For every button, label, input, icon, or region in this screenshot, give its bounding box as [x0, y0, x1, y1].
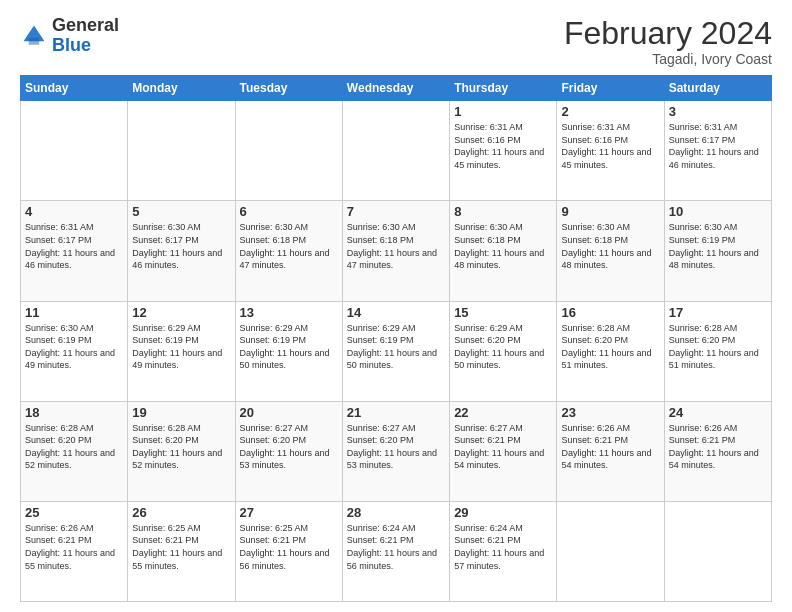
day-number: 27 [240, 505, 338, 520]
day-cell: 16Sunrise: 6:28 AMSunset: 6:20 PMDayligh… [557, 301, 664, 401]
day-number: 17 [669, 305, 767, 320]
day-number: 29 [454, 505, 552, 520]
day-cell [664, 501, 771, 601]
day-number: 23 [561, 405, 659, 420]
week-row-5: 25Sunrise: 6:26 AMSunset: 6:21 PMDayligh… [21, 501, 772, 601]
day-cell: 7Sunrise: 6:30 AMSunset: 6:18 PMDaylight… [342, 201, 449, 301]
week-row-1: 1Sunrise: 6:31 AMSunset: 6:16 PMDaylight… [21, 101, 772, 201]
logo-blue: Blue [52, 35, 91, 55]
day-number: 21 [347, 405, 445, 420]
day-number: 18 [25, 405, 123, 420]
day-info: Sunrise: 6:27 AMSunset: 6:20 PMDaylight:… [347, 422, 445, 472]
day-info: Sunrise: 6:29 AMSunset: 6:20 PMDaylight:… [454, 322, 552, 372]
day-number: 12 [132, 305, 230, 320]
day-number: 7 [347, 204, 445, 219]
day-cell: 3Sunrise: 6:31 AMSunset: 6:17 PMDaylight… [664, 101, 771, 201]
day-info: Sunrise: 6:30 AMSunset: 6:18 PMDaylight:… [561, 221, 659, 271]
day-info: Sunrise: 6:25 AMSunset: 6:21 PMDaylight:… [240, 522, 338, 572]
day-cell: 4Sunrise: 6:31 AMSunset: 6:17 PMDaylight… [21, 201, 128, 301]
day-number: 13 [240, 305, 338, 320]
day-cell: 12Sunrise: 6:29 AMSunset: 6:19 PMDayligh… [128, 301, 235, 401]
day-info: Sunrise: 6:31 AMSunset: 6:17 PMDaylight:… [669, 121, 767, 171]
day-number: 24 [669, 405, 767, 420]
day-number: 11 [25, 305, 123, 320]
day-cell: 15Sunrise: 6:29 AMSunset: 6:20 PMDayligh… [450, 301, 557, 401]
day-number: 20 [240, 405, 338, 420]
day-info: Sunrise: 6:30 AMSunset: 6:19 PMDaylight:… [25, 322, 123, 372]
day-number: 14 [347, 305, 445, 320]
day-cell: 5Sunrise: 6:30 AMSunset: 6:17 PMDaylight… [128, 201, 235, 301]
day-cell [21, 101, 128, 201]
day-cell: 27Sunrise: 6:25 AMSunset: 6:21 PMDayligh… [235, 501, 342, 601]
day-number: 28 [347, 505, 445, 520]
day-number: 10 [669, 204, 767, 219]
calendar-page: General Blue February 2024 Tagadi, Ivory… [0, 0, 792, 612]
day-info: Sunrise: 6:26 AMSunset: 6:21 PMDaylight:… [25, 522, 123, 572]
day-info: Sunrise: 6:30 AMSunset: 6:18 PMDaylight:… [347, 221, 445, 271]
day-info: Sunrise: 6:29 AMSunset: 6:19 PMDaylight:… [240, 322, 338, 372]
day-cell: 14Sunrise: 6:29 AMSunset: 6:19 PMDayligh… [342, 301, 449, 401]
day-number: 15 [454, 305, 552, 320]
day-cell: 13Sunrise: 6:29 AMSunset: 6:19 PMDayligh… [235, 301, 342, 401]
day-number: 26 [132, 505, 230, 520]
day-cell: 21Sunrise: 6:27 AMSunset: 6:20 PMDayligh… [342, 401, 449, 501]
logo-icon [20, 22, 48, 50]
day-number: 9 [561, 204, 659, 219]
day-cell: 1Sunrise: 6:31 AMSunset: 6:16 PMDaylight… [450, 101, 557, 201]
day-info: Sunrise: 6:31 AMSunset: 6:17 PMDaylight:… [25, 221, 123, 271]
day-number: 25 [25, 505, 123, 520]
day-cell: 23Sunrise: 6:26 AMSunset: 6:21 PMDayligh… [557, 401, 664, 501]
day-info: Sunrise: 6:30 AMSunset: 6:17 PMDaylight:… [132, 221, 230, 271]
day-info: Sunrise: 6:30 AMSunset: 6:18 PMDaylight:… [240, 221, 338, 271]
day-cell: 26Sunrise: 6:25 AMSunset: 6:21 PMDayligh… [128, 501, 235, 601]
day-cell: 29Sunrise: 6:24 AMSunset: 6:21 PMDayligh… [450, 501, 557, 601]
header-right: February 2024 Tagadi, Ivory Coast [564, 16, 772, 67]
calendar-table: SundayMondayTuesdayWednesdayThursdayFrid… [20, 75, 772, 602]
day-info: Sunrise: 6:25 AMSunset: 6:21 PMDaylight:… [132, 522, 230, 572]
day-info: Sunrise: 6:26 AMSunset: 6:21 PMDaylight:… [669, 422, 767, 472]
logo: General Blue [20, 16, 119, 56]
day-cell: 6Sunrise: 6:30 AMSunset: 6:18 PMDaylight… [235, 201, 342, 301]
day-info: Sunrise: 6:30 AMSunset: 6:19 PMDaylight:… [669, 221, 767, 271]
day-cell: 10Sunrise: 6:30 AMSunset: 6:19 PMDayligh… [664, 201, 771, 301]
week-row-4: 18Sunrise: 6:28 AMSunset: 6:20 PMDayligh… [21, 401, 772, 501]
day-cell: 20Sunrise: 6:27 AMSunset: 6:20 PMDayligh… [235, 401, 342, 501]
day-number: 22 [454, 405, 552, 420]
day-number: 1 [454, 104, 552, 119]
day-number: 6 [240, 204, 338, 219]
col-header-tuesday: Tuesday [235, 76, 342, 101]
day-info: Sunrise: 6:31 AMSunset: 6:16 PMDaylight:… [561, 121, 659, 171]
week-row-3: 11Sunrise: 6:30 AMSunset: 6:19 PMDayligh… [21, 301, 772, 401]
day-cell: 18Sunrise: 6:28 AMSunset: 6:20 PMDayligh… [21, 401, 128, 501]
day-info: Sunrise: 6:31 AMSunset: 6:16 PMDaylight:… [454, 121, 552, 171]
day-info: Sunrise: 6:27 AMSunset: 6:21 PMDaylight:… [454, 422, 552, 472]
page-header: General Blue February 2024 Tagadi, Ivory… [20, 16, 772, 67]
logo-text: General Blue [52, 16, 119, 56]
day-info: Sunrise: 6:28 AMSunset: 6:20 PMDaylight:… [669, 322, 767, 372]
day-cell: 25Sunrise: 6:26 AMSunset: 6:21 PMDayligh… [21, 501, 128, 601]
location: Tagadi, Ivory Coast [564, 51, 772, 67]
day-info: Sunrise: 6:30 AMSunset: 6:18 PMDaylight:… [454, 221, 552, 271]
week-row-2: 4Sunrise: 6:31 AMSunset: 6:17 PMDaylight… [21, 201, 772, 301]
day-cell: 22Sunrise: 6:27 AMSunset: 6:21 PMDayligh… [450, 401, 557, 501]
logo-general: General [52, 15, 119, 35]
col-header-monday: Monday [128, 76, 235, 101]
day-info: Sunrise: 6:26 AMSunset: 6:21 PMDaylight:… [561, 422, 659, 472]
day-number: 5 [132, 204, 230, 219]
day-cell: 9Sunrise: 6:30 AMSunset: 6:18 PMDaylight… [557, 201, 664, 301]
day-number: 4 [25, 204, 123, 219]
day-cell: 2Sunrise: 6:31 AMSunset: 6:16 PMDaylight… [557, 101, 664, 201]
day-number: 19 [132, 405, 230, 420]
day-cell: 8Sunrise: 6:30 AMSunset: 6:18 PMDaylight… [450, 201, 557, 301]
day-cell [128, 101, 235, 201]
col-header-wednesday: Wednesday [342, 76, 449, 101]
day-cell: 28Sunrise: 6:24 AMSunset: 6:21 PMDayligh… [342, 501, 449, 601]
day-info: Sunrise: 6:29 AMSunset: 6:19 PMDaylight:… [132, 322, 230, 372]
day-number: 8 [454, 204, 552, 219]
day-info: Sunrise: 6:29 AMSunset: 6:19 PMDaylight:… [347, 322, 445, 372]
day-number: 2 [561, 104, 659, 119]
day-cell [557, 501, 664, 601]
day-info: Sunrise: 6:28 AMSunset: 6:20 PMDaylight:… [561, 322, 659, 372]
col-header-friday: Friday [557, 76, 664, 101]
day-cell: 17Sunrise: 6:28 AMSunset: 6:20 PMDayligh… [664, 301, 771, 401]
